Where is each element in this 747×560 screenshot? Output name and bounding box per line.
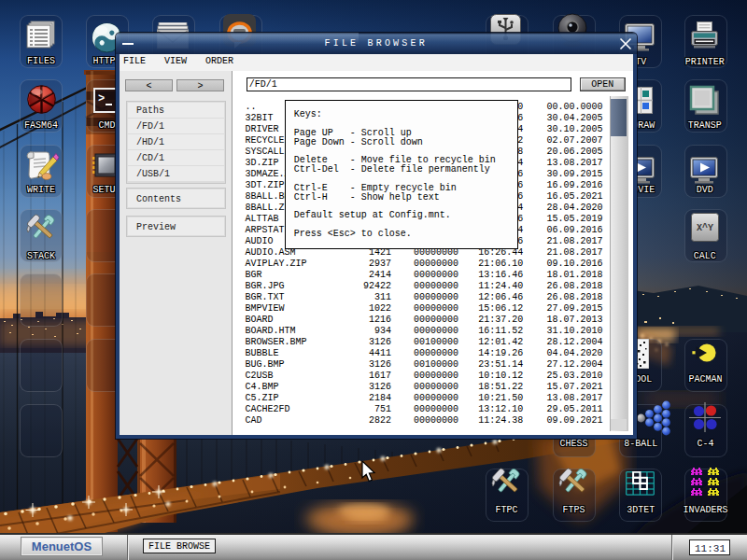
svg-text:>: >	[98, 92, 105, 105]
svg-text:X^Y: X^Y	[697, 223, 713, 233]
